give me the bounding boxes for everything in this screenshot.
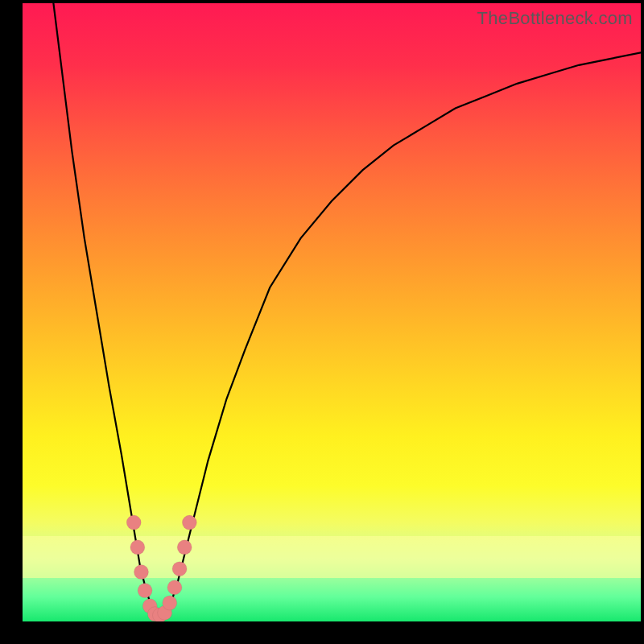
bottleneck-curve-path xyxy=(53,3,641,615)
data-point xyxy=(163,596,177,610)
plot-area: TheBottleneck.com xyxy=(23,3,641,621)
chart-frame: TheBottleneck.com xyxy=(0,0,644,644)
data-point xyxy=(177,540,192,555)
data-point xyxy=(182,515,196,530)
bottleneck-curve-svg xyxy=(23,3,641,621)
data-point xyxy=(130,540,145,555)
data-point xyxy=(134,565,148,580)
data-point xyxy=(167,580,182,595)
data-point xyxy=(126,515,141,530)
data-point xyxy=(172,562,187,576)
data-point xyxy=(138,584,152,598)
data-point-cluster xyxy=(126,515,196,621)
